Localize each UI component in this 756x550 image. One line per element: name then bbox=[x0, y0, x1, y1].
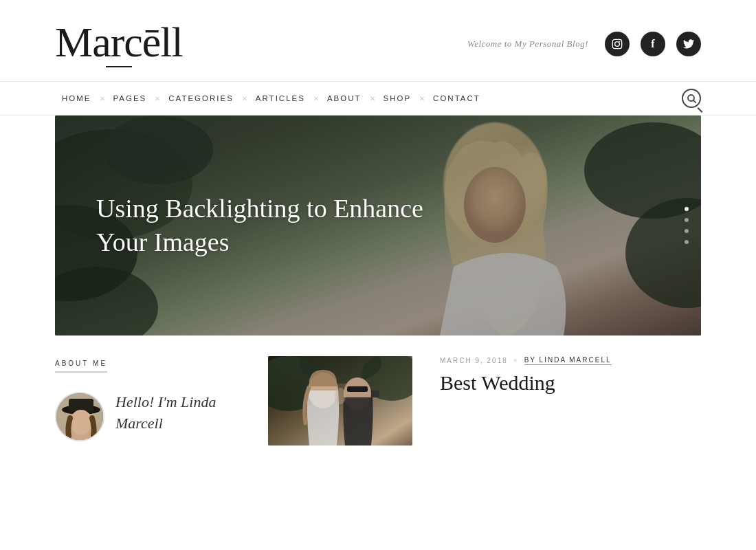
meta-separator: × bbox=[513, 357, 519, 364]
nav-item-contact[interactable]: CONTACT bbox=[426, 82, 487, 115]
svg-rect-0 bbox=[612, 39, 621, 48]
site-logo[interactable]: Marcēll bbox=[55, 21, 183, 67]
hero-dots bbox=[685, 207, 689, 244]
logo-bar bbox=[106, 66, 132, 67]
hero-dot-1[interactable] bbox=[685, 207, 689, 211]
avatar bbox=[55, 392, 104, 441]
about-me-label: ABOUT ME bbox=[55, 360, 107, 373]
header-right: Welcome to My Personal Blog! f bbox=[467, 32, 701, 56]
svg-point-19 bbox=[70, 410, 92, 434]
svg-point-28 bbox=[335, 388, 346, 404]
nav-sep-5: ✕ bbox=[368, 95, 377, 102]
svg-line-4 bbox=[693, 100, 696, 103]
nav-item-categories[interactable]: CATEGORIES bbox=[162, 82, 241, 115]
nav-item-shop[interactable]: SHOP bbox=[377, 82, 419, 115]
main-nav: HOME ✕ PAGES ✕ CATEGORIES ✕ ARTICLES ✕ A… bbox=[0, 81, 756, 116]
svg-rect-18 bbox=[69, 399, 93, 411]
nav-sep-4: ✕ bbox=[312, 95, 320, 102]
facebook-icon[interactable]: f bbox=[641, 32, 665, 56]
article-title[interactable]: Best Wedding bbox=[440, 371, 701, 395]
site-tagline: Welcome to My Personal Blog! bbox=[467, 38, 588, 50]
nav-sep-3: ✕ bbox=[241, 95, 249, 102]
site-header: Marcēll Welcome to My Personal Blog! f bbox=[0, 0, 756, 81]
article-date: MARCH 9, 2018 bbox=[440, 357, 508, 364]
hero-text: Using Backlighting to Enhance Your Image… bbox=[96, 192, 426, 260]
bottom-section: ABOUT ME bbox=[0, 336, 756, 459]
couple-image bbox=[268, 356, 412, 446]
svg-point-1 bbox=[615, 42, 620, 47]
hero-dot-4[interactable] bbox=[685, 240, 689, 244]
nav-sep-6: ✕ bbox=[418, 95, 426, 102]
twitter-icon[interactable] bbox=[676, 32, 701, 56]
svg-rect-27 bbox=[347, 386, 368, 392]
nav-sep-1: ✕ bbox=[98, 95, 107, 102]
search-icon bbox=[682, 89, 701, 108]
hero-section: Using Backlighting to Enhance Your Image… bbox=[55, 116, 701, 336]
nav-sep-2: ✕ bbox=[153, 95, 162, 102]
article-thumbnail[interactable] bbox=[268, 356, 412, 446]
hero-dot-3[interactable] bbox=[685, 229, 689, 233]
svg-point-2 bbox=[619, 41, 621, 43]
nav-item-about[interactable]: ABOUT bbox=[320, 82, 368, 115]
nav-links: HOME ✕ PAGES ✕ CATEGORIES ✕ ARTICLES ✕ A… bbox=[55, 82, 487, 115]
article-meta: MARCH 9, 2018 × by Linda Marcell bbox=[440, 356, 701, 365]
nav-item-home[interactable]: HOME bbox=[55, 82, 98, 115]
hero-dot-2[interactable] bbox=[685, 218, 689, 222]
about-me-content: Hello! I'm Linda Marcell bbox=[55, 392, 254, 441]
instagram-icon[interactable] bbox=[605, 32, 630, 56]
hero-title: Using Backlighting to Enhance Your Image… bbox=[96, 192, 426, 260]
article-author[interactable]: by Linda Marcell bbox=[524, 356, 612, 365]
about-me-greeting: Hello! I'm Linda Marcell bbox=[115, 392, 216, 434]
article-text-column: MARCH 9, 2018 × by Linda Marcell Best We… bbox=[419, 356, 701, 446]
article-image-column bbox=[268, 356, 419, 446]
search-button[interactable] bbox=[682, 89, 701, 108]
nav-item-pages[interactable]: PAGES bbox=[107, 82, 154, 115]
nav-item-articles[interactable]: ARTICLES bbox=[249, 82, 312, 115]
avatar-image bbox=[56, 393, 104, 441]
about-me-panel: ABOUT ME bbox=[55, 356, 254, 446]
